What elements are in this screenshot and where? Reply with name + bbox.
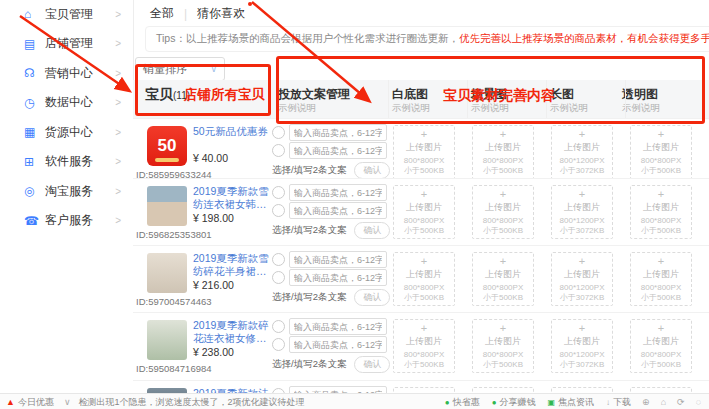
product-title-link[interactable]: 50元新品优惠券 <box>193 125 271 138</box>
upload-label: 上传图片 <box>406 335 442 348</box>
col-scene-note[interactable]: 示例说明 <box>471 102 509 115</box>
download-label: 下载 <box>613 396 631 409</box>
statusbar-tool-icon[interactable]: ⊕ <box>642 397 650 407</box>
copy-point-input[interactable] <box>289 184 387 201</box>
confirm-button[interactable]: 确认 <box>354 289 390 306</box>
chevron-down-icon: ∨ <box>210 64 217 74</box>
tab-guess-label: 猜你喜欢 <box>197 6 245 20</box>
upload-image-cell[interactable]: +上传图片800*800PX小于500KB <box>630 252 692 306</box>
statusbar-plugin-label: 分享赚钱 <box>500 396 536 409</box>
upload-spec: 800*800PX小于500KB <box>483 216 523 235</box>
coupon-50-image[interactable]: 50 <box>147 126 187 166</box>
product-photo[interactable] <box>147 320 187 360</box>
grid-icon: ⊞ <box>24 156 38 168</box>
col-copy-note[interactable]: 示例说明 <box>278 102 316 115</box>
product-id: ID:597004574463 <box>136 296 212 307</box>
sidebar-item-product-manage[interactable]: ⌂宝贝管理> <box>0 2 133 26</box>
copy-point-input[interactable] <box>289 251 387 268</box>
radio-select-copy[interactable] <box>272 253 285 266</box>
copy-input-line <box>272 318 387 335</box>
confirm-button[interactable]: 确认 <box>354 222 390 239</box>
browser-status-bar: ▲ 今日优惠 ∨ 检测出现1个隐患，浏览速度太慢了，2项优化建议待处理 ●快省惠… <box>0 393 709 409</box>
seller-material-page: ⌂宝贝管理>▤店铺管理>☊营销中心>◷数据中心>▦货源中心>⊞软件服务>◎淘宝服… <box>0 0 709 409</box>
col-long-note[interactable]: 示例说明 <box>550 102 588 115</box>
download-button[interactable]: ↓下载 <box>606 396 631 409</box>
sidebar-item-software-service[interactable]: ⊞软件服务> <box>0 150 133 174</box>
upload-image-cell[interactable]: +上传图片800*800PX小于500KB <box>630 185 692 239</box>
sidebar-item-label: 宝贝管理 <box>45 6 93 23</box>
plus-icon: + <box>421 189 427 200</box>
radio-select-copy[interactable] <box>272 126 285 139</box>
product-title-link[interactable]: 2019夏季新款雪纺碎花半身裙女中长款韩版白 <box>193 252 271 278</box>
chevron-right-icon: > <box>115 156 121 167</box>
copy-point-input[interactable] <box>289 269 387 286</box>
upload-image-cell[interactable]: +上传图片800*800PX小于500KB <box>393 252 455 306</box>
sidebar-item-taobao-service[interactable]: ◎淘宝服务> <box>0 179 133 203</box>
sidebar-item-marketing-center[interactable]: ☊营销中心> <box>0 61 133 85</box>
upload-image-cell[interactable]: +上传图片800*800PX小于500KB <box>472 185 534 239</box>
upload-image-cell[interactable]: +上传图片800*1200PX小于3072KB <box>551 125 613 179</box>
upload-image-cell[interactable]: +上传图片800*1200PX小于3072KB <box>551 319 613 373</box>
radio-select-copy[interactable] <box>272 186 285 199</box>
confirm-button[interactable]: 确认 <box>354 162 390 179</box>
upload-spec: 800*800PX小于500KB <box>404 283 444 302</box>
radio-select-copy[interactable] <box>272 271 285 284</box>
green-square-icon: ▣ <box>548 398 556 407</box>
product-price: ¥ 216.00 <box>193 279 234 291</box>
copy-point-input[interactable] <box>289 202 387 219</box>
radio-select-copy[interactable] <box>272 144 285 157</box>
plus-icon: + <box>421 256 427 267</box>
upload-spec: 800*800PX小于500KB <box>641 350 681 369</box>
statusbar-tool-icon[interactable]: ⟳ <box>677 397 685 407</box>
upload-image-cell[interactable]: +上传图片800*800PX小于500KB <box>472 319 534 373</box>
product-photo[interactable] <box>147 186 187 226</box>
product-photo[interactable] <box>147 253 187 293</box>
col-transparent-note[interactable]: 示例说明 <box>622 102 660 115</box>
copy-point-input[interactable] <box>289 142 387 159</box>
sort-dropdown[interactable]: 销量排序 ∨ <box>135 57 225 81</box>
radio-select-copy[interactable] <box>272 338 285 351</box>
upload-image-cell[interactable]: +上传图片800*800PX小于500KB <box>472 252 534 306</box>
product-title-link[interactable]: 2019夏季新款雪纺连衣裙女韩版短袖T恤中长款 <box>193 185 271 211</box>
sidebar-item-supply-center[interactable]: ▦货源中心> <box>0 120 133 144</box>
upload-image-cell[interactable]: +上传图片800*800PX小于500KB <box>472 125 534 179</box>
radio-select-copy[interactable] <box>272 204 285 217</box>
statusbar-plugin-item[interactable]: ●分享赚钱 <box>492 396 536 409</box>
plus-icon: + <box>658 323 664 334</box>
radio-select-copy[interactable] <box>272 320 285 333</box>
col-transparent-label: 透明图 <box>622 86 658 103</box>
product-title-link[interactable]: 2019夏季新款碎花连衣裙女修身显瘦小众网红 <box>193 319 271 345</box>
copy-hint: 选择/填写2条文案 <box>272 291 346 304</box>
sidebar-item-customer-service[interactable]: ☎客户服务> <box>0 209 133 233</box>
confirm-button[interactable]: 确认 <box>354 356 390 373</box>
upload-image-cell[interactable]: +上传图片800*800PX小于500KB <box>393 319 455 373</box>
tips-banner: Tips：以上推荐场景的商品会根据用户个性化需求进行圈选更新，优先完善以上推荐场… <box>145 26 709 52</box>
upload-image-cell[interactable]: +上传图片800*800PX小于500KB <box>393 125 455 179</box>
statusbar-plugin-item[interactable]: ●快省惠 <box>445 396 480 409</box>
sidebar-item-shop-manage[interactable]: ▤店铺管理> <box>0 32 133 56</box>
statusbar-tool-icon[interactable]: ◌ <box>696 397 701 407</box>
upload-image-cell[interactable]: +上传图片800*800PX小于500KB <box>630 319 692 373</box>
tab-all[interactable]: 全部 <box>150 5 174 22</box>
copy-hint: 选择/填写2条文案 <box>272 164 346 177</box>
statusbar-tool-icon[interactable]: ⌂ <box>661 397 666 407</box>
upload-label: 上传图片 <box>564 335 600 348</box>
copy-point-input[interactable] <box>289 336 387 353</box>
upload-image-cell[interactable]: +上传图片800*800PX小于500KB <box>393 185 455 239</box>
copy-point-input[interactable] <box>289 124 387 141</box>
upload-image-cell[interactable]: +上传图片800*1200PX小于3072KB <box>551 185 613 239</box>
upload-image-cell[interactable]: +上传图片800*800PX小于500KB <box>630 125 692 179</box>
copy-point-input[interactable] <box>289 318 387 335</box>
upload-spec: 800*800PX小于500KB <box>483 156 523 175</box>
statusbar-plugin-item[interactable]: ▣焦点资讯 <box>548 396 595 409</box>
plus-icon: + <box>500 256 506 267</box>
sidebar-item-data-center[interactable]: ◷数据中心> <box>0 91 133 115</box>
sidebar-item-label: 店铺管理 <box>45 35 93 52</box>
upload-label: 上传图片 <box>643 141 679 154</box>
tab-guess-you-like[interactable]: 猜你喜欢 <box>197 5 245 22</box>
status-left[interactable]: ▲ 今日优惠 ∨ 检测出现1个隐患，浏览速度太慢了，2项优化建议待处理 <box>6 396 305 409</box>
upload-image-cell[interactable]: +上传图片800*1200PX小于3072KB <box>551 252 613 306</box>
tips-highlight: 优先完善以上推荐场景的商品素材，有机会获得更多手淘流量 <box>459 32 709 46</box>
shop-icon: ▦ <box>24 126 38 138</box>
col-whitebg-note[interactable]: 示例说明 <box>392 102 430 115</box>
